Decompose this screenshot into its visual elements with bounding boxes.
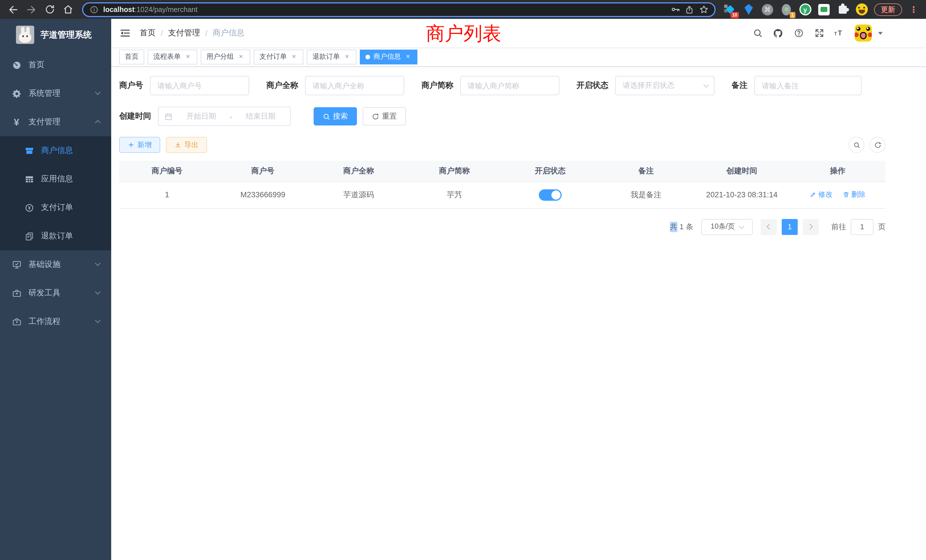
sidebar-item-app-info[interactable]: 应用信息 — [0, 165, 111, 193]
total-count: 1 — [680, 222, 684, 231]
tab-refund-order[interactable]: 退款订单 — [307, 49, 356, 64]
close-icon[interactable] — [404, 53, 412, 61]
site-info-icon[interactable] — [89, 4, 99, 15]
tab-home[interactable]: 首页 — [119, 49, 144, 64]
tab-label: 退款订单 — [312, 52, 340, 62]
page-content: 商户号 商户全称 商户简称 开启状态 请选择开启状态 — [111, 67, 926, 235]
browser-back-button[interactable] — [6, 2, 21, 17]
sidebar-item-payment[interactable]: ¥ 支付管理 — [0, 108, 111, 136]
export-button[interactable]: 导出 — [166, 137, 207, 153]
refresh-table-button[interactable] — [870, 137, 885, 153]
sidebar-item-pay-order[interactable]: ¥ 支付订单 — [0, 193, 111, 222]
full-name-input[interactable] — [305, 76, 404, 95]
sidebar-item-label: 支付订单 — [41, 203, 73, 213]
sidebar-item-home[interactable]: 首页 — [0, 51, 111, 79]
close-icon[interactable] — [343, 53, 351, 61]
toggle-search-button[interactable] — [849, 137, 864, 153]
extension-gem-icon[interactable] — [742, 3, 755, 16]
sidebar-item-workflow[interactable]: 工作流程 — [0, 307, 111, 336]
sidebar-item-merchant-info[interactable]: 商户信息 — [0, 136, 111, 165]
prev-page-button[interactable] — [761, 219, 776, 235]
app-logo — [16, 26, 34, 44]
status-toggle-on[interactable] — [539, 189, 561, 200]
sidebar-item-dev-tools[interactable]: 研发工具 — [0, 279, 111, 307]
cell-short-name: 芋艿 — [407, 182, 502, 208]
font-size-icon[interactable]: TT — [834, 28, 845, 38]
sidebar-collapse-icon[interactable] — [120, 28, 130, 38]
extension-chat-icon[interactable] — [818, 3, 830, 16]
goto-page-input[interactable] — [851, 219, 873, 235]
next-page-button[interactable] — [803, 219, 819, 235]
tab-process-form[interactable]: 流程表单 — [148, 49, 197, 64]
sidebar-item-infrastructure[interactable]: 基础设施 — [0, 250, 111, 279]
extension-badge-1: 1 — [790, 12, 796, 18]
filter-remark: 备注 — [732, 76, 862, 95]
help-icon[interactable] — [793, 28, 804, 38]
merchant-no-label: 商户号 — [119, 80, 143, 91]
browser-reload-button[interactable] — [42, 2, 57, 17]
merchant-no-input[interactable] — [150, 76, 249, 95]
svg-text:T: T — [834, 31, 837, 36]
address-bar[interactable]: localhost:1024/pay/merchant — [82, 2, 716, 17]
github-icon[interactable] — [773, 28, 784, 38]
status-select[interactable]: 请选择开启状态 — [615, 76, 714, 95]
search-icon[interactable] — [752, 28, 763, 38]
total-suffix: 条 — [686, 221, 693, 232]
status-label: 开启状态 — [576, 80, 608, 91]
search-button[interactable]: 搜索 — [313, 107, 357, 126]
remark-input[interactable] — [754, 76, 862, 95]
browser-update-button[interactable]: 更新 — [874, 3, 902, 16]
top-navbar: 首页 / 支付管理 / 商户信息 商户列表 — [111, 19, 926, 47]
tab-pay-order[interactable]: 支付订单 — [254, 49, 303, 64]
page-size-select[interactable]: 10条/页 — [701, 219, 753, 235]
extension-yudao-icon[interactable]: y — [799, 3, 811, 16]
svg-text:¥: ¥ — [28, 205, 30, 210]
breadcrumb-payment[interactable]: 支付管理 — [168, 28, 200, 38]
reset-button[interactable]: 重置 — [363, 107, 406, 126]
sidebar-logo-row[interactable]: 芋道管理系统 — [0, 19, 111, 51]
extension-recorder-icon[interactable]: 1 — [780, 3, 793, 16]
extension-command-icon[interactable]: ⌘ — [761, 3, 774, 16]
breadcrumb: 首页 / 支付管理 / 商户信息 — [140, 28, 245, 38]
breadcrumb-home[interactable]: 首页 — [140, 28, 156, 38]
end-date-placeholder: 结束日期 — [237, 111, 284, 121]
close-icon[interactable] — [237, 53, 245, 61]
user-avatar[interactable] — [855, 24, 872, 42]
share-icon[interactable] — [684, 4, 694, 15]
browser-extensions-area: 10 ⌘ 1 y 更新 ⋮ — [722, 3, 920, 16]
sidebar-item-refund-order[interactable]: 退款订单 — [0, 222, 111, 250]
edit-link[interactable]: 修改 — [809, 190, 832, 200]
search-button-label: 搜索 — [333, 111, 348, 121]
page-unit-label: 页 — [878, 221, 885, 232]
browser-home-button[interactable] — [61, 2, 75, 17]
table-settings — [849, 137, 885, 153]
delete-link[interactable]: 删除 — [843, 190, 865, 200]
extension-diamond-icon[interactable]: 10 — [723, 3, 736, 16]
password-key-icon[interactable] — [670, 4, 680, 15]
tab-user-group[interactable]: 用户分组 — [201, 49, 250, 64]
sidebar-item-label: 退款订单 — [41, 231, 73, 241]
browser-menu-icon[interactable]: ⋮ — [908, 4, 919, 15]
filter-row-2: 创建时间 开始日期 - 结束日期 搜索 重置 — [119, 107, 885, 126]
page-number-1[interactable]: 1 — [782, 219, 798, 235]
extensions-puzzle-icon[interactable] — [837, 3, 849, 16]
short-name-input[interactable] — [460, 76, 559, 95]
date-range-picker[interactable]: 开始日期 - 结束日期 — [158, 107, 291, 126]
briefcase-icon — [11, 288, 22, 298]
status-placeholder: 请选择开启状态 — [623, 80, 675, 91]
fullscreen-icon[interactable] — [814, 28, 825, 38]
pencil-icon — [809, 191, 817, 198]
sidebar-item-label: 首页 — [29, 60, 44, 70]
browser-profile-avatar[interactable] — [855, 3, 868, 16]
add-button[interactable]: 新增 — [119, 137, 160, 153]
sidebar-item-system[interactable]: 系统管理 — [0, 79, 111, 108]
avatar-caret-icon[interactable] — [878, 32, 883, 35]
browser-forward-button[interactable] — [24, 2, 39, 17]
sidebar-item-label: 系统管理 — [29, 88, 61, 98]
tab-merchant-info[interactable]: 商户信息 — [360, 49, 418, 64]
close-icon[interactable] — [184, 53, 192, 61]
close-icon[interactable] — [290, 53, 298, 61]
table-toolbar: 新增 导出 — [119, 137, 885, 153]
dashboard-icon — [11, 60, 22, 70]
bookmark-star-icon[interactable] — [699, 4, 709, 15]
